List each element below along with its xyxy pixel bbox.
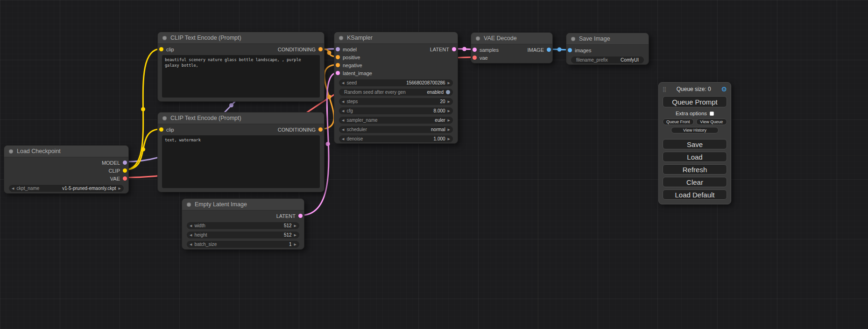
collapse-dot-icon[interactable] — [162, 36, 167, 40]
decrement-arrow-icon[interactable]: ◀ — [342, 81, 344, 85]
scheduler-widget[interactable]: ◀ scheduler normal ▶ — [339, 126, 453, 133]
node-title-bar[interactable]: Load Checkpoint — [4, 146, 128, 157]
increment-arrow-icon[interactable]: ▶ — [448, 81, 450, 85]
queue-prompt-button[interactable]: Queue Prompt — [663, 96, 727, 107]
denoise-widget[interactable]: ◀ denoise 1.000 ▶ — [339, 135, 453, 142]
model-slot-dot[interactable] — [123, 161, 127, 165]
node-title-bar[interactable]: Empty Latent Image — [182, 199, 304, 210]
sampler-name-widget[interactable]: ◀ sampler_name euler ▶ — [339, 117, 453, 124]
widget-name: denoise — [346, 136, 363, 141]
slot-label: CLIP — [109, 168, 120, 174]
slot-label: samples — [480, 47, 499, 53]
extra-options-checkbox[interactable] — [710, 112, 714, 116]
collapse-dot-icon[interactable] — [187, 203, 191, 207]
conditioning-output-dot[interactable] — [318, 47, 323, 51]
clear-button[interactable]: Clear — [663, 177, 727, 187]
widget-value: enabled — [427, 90, 444, 95]
increment-arrow-icon[interactable]: ▶ — [448, 128, 450, 132]
increment-arrow-icon[interactable]: ▶ — [448, 100, 450, 104]
collapse-dot-icon[interactable] — [9, 149, 13, 154]
view-queue-button[interactable]: View Queue — [696, 119, 727, 125]
node-clip-text-encode-positive[interactable]: CLIP Text Encode (Prompt) clip CONDITION… — [157, 32, 325, 102]
slot-label: model — [343, 47, 357, 52]
view-history-button[interactable]: View History — [671, 127, 719, 133]
decrement-arrow-icon[interactable]: ◀ — [12, 187, 14, 190]
clip-input-dot[interactable] — [159, 47, 163, 51]
decrement-arrow-icon[interactable]: ◀ — [342, 100, 344, 104]
node-ksampler[interactable]: KSampler model LATENT positive negative … — [334, 32, 458, 144]
wire-dot — [557, 48, 562, 52]
prompt-textarea[interactable]: beautiful scenery nature glass bottle la… — [162, 55, 320, 98]
increment-arrow-icon[interactable]: ▶ — [448, 137, 450, 141]
decrement-arrow-icon[interactable]: ◀ — [342, 137, 344, 141]
node-empty-latent-image[interactable]: Empty Latent Image LATENT ◀ width 512 ▶ … — [182, 198, 304, 250]
seed-widget[interactable]: ◀ seed 156680208700286 ▶ — [339, 79, 453, 86]
node-title-bar[interactable]: Save Image — [566, 33, 649, 45]
decrement-arrow-icon[interactable]: ◀ — [190, 233, 192, 237]
output-slot-vae: VAE — [4, 175, 128, 182]
node-save-image[interactable]: Save Image images filename_prefix ComfyU… — [566, 33, 649, 65]
node-graph-canvas[interactable]: Load Checkpoint MODEL CLIP VAE ◀ ckpt_na… — [0, 0, 868, 329]
vae-slot-dot[interactable] — [123, 176, 127, 181]
node-title-bar[interactable]: CLIP Text Encode (Prompt) — [158, 112, 324, 124]
increment-arrow-icon[interactable]: ▶ — [119, 187, 121, 190]
slot-label: positive — [343, 55, 360, 60]
increment-arrow-icon[interactable]: ▶ — [294, 243, 296, 246]
images-input-dot[interactable] — [568, 48, 572, 52]
load-default-button[interactable]: Load Default — [663, 189, 727, 200]
seed-control-widget[interactable]: Random seed after every gen enabled — [339, 89, 453, 96]
queue-panel: ⣿ Queue size: 0 ⚙ Queue Prompt Extra opt… — [658, 82, 731, 204]
decrement-arrow-icon[interactable]: ◀ — [190, 224, 192, 228]
collapse-dot-icon[interactable] — [339, 36, 343, 40]
decrement-arrow-icon[interactable]: ◀ — [190, 243, 192, 246]
clip-slot-dot[interactable] — [123, 168, 127, 173]
collapse-dot-icon[interactable] — [476, 36, 480, 41]
node-vae-decode[interactable]: VAE Decode samples IMAGE vae — [471, 32, 553, 63]
ckpt-name-widget[interactable]: ◀ ckpt_name v1-5-pruned-emaonly.ckpt ▶ — [9, 185, 124, 192]
load-button[interactable]: Load — [663, 152, 727, 162]
decrement-arrow-icon[interactable]: ◀ — [342, 128, 344, 132]
increment-arrow-icon[interactable]: ▶ — [294, 224, 296, 228]
node-title-bar[interactable]: CLIP Text Encode (Prompt) — [158, 32, 324, 44]
node-clip-text-encode-negative[interactable]: CLIP Text Encode (Prompt) clip CONDITION… — [157, 112, 325, 192]
filename-prefix-widget[interactable]: filename_prefix ComfyUI — [571, 56, 644, 63]
cfg-widget[interactable]: ◀ cfg 8.000 ▶ — [339, 107, 453, 114]
settings-gear-icon[interactable]: ⚙ — [721, 85, 727, 93]
collapse-dot-icon[interactable] — [162, 116, 167, 120]
queue-front-button[interactable]: Queue Front — [663, 119, 694, 125]
conditioning-output-dot[interactable] — [318, 127, 323, 132]
collapse-dot-icon[interactable] — [571, 37, 575, 41]
width-widget[interactable]: ◀ width 512 ▶ — [187, 222, 299, 229]
latent-image-input-dot[interactable] — [336, 71, 340, 75]
samples-input-dot[interactable] — [473, 48, 477, 52]
decrement-arrow-icon[interactable]: ◀ — [342, 119, 344, 122]
increment-arrow-icon[interactable]: ▶ — [294, 233, 296, 237]
node-title: Save Image — [579, 35, 610, 42]
save-button[interactable]: Save — [663, 139, 727, 149]
panel-drag-handle-icon[interactable]: ⣿ — [663, 86, 666, 92]
slot-label: clip — [166, 127, 174, 133]
steps-widget[interactable]: ◀ steps 20 ▶ — [339, 98, 453, 105]
latent-output-dot[interactable] — [298, 214, 303, 218]
vae-input-dot[interactable] — [473, 56, 477, 60]
refresh-button[interactable]: Refresh — [663, 164, 727, 175]
prompt-textarea[interactable]: text, watermark — [162, 135, 320, 188]
node-load-checkpoint[interactable]: Load Checkpoint MODEL CLIP VAE ◀ ckpt_na… — [4, 145, 129, 194]
extra-options-label: Extra options — [676, 111, 707, 116]
increment-arrow-icon[interactable]: ▶ — [448, 109, 450, 113]
node-title-bar[interactable]: VAE Decode — [471, 33, 552, 44]
latent-output-dot[interactable] — [452, 47, 456, 51]
widget-value: 512 — [284, 232, 292, 238]
clip-input-dot[interactable] — [159, 127, 163, 132]
positive-input-dot[interactable] — [336, 55, 340, 59]
batch-size-widget[interactable]: ◀ batch_size 1 ▶ — [187, 241, 299, 248]
increment-arrow-icon[interactable]: ▶ — [448, 119, 450, 122]
negative-input-dot[interactable] — [336, 63, 340, 67]
toggle-dot-icon[interactable] — [446, 90, 450, 94]
image-output-dot[interactable] — [547, 48, 551, 52]
height-widget[interactable]: ◀ height 512 ▶ — [187, 231, 299, 238]
model-input-dot[interactable] — [336, 47, 340, 51]
node-title-bar[interactable]: KSampler — [334, 32, 458, 44]
decrement-arrow-icon[interactable]: ◀ — [342, 109, 344, 113]
widget-value: 156680208700286 — [406, 80, 445, 85]
